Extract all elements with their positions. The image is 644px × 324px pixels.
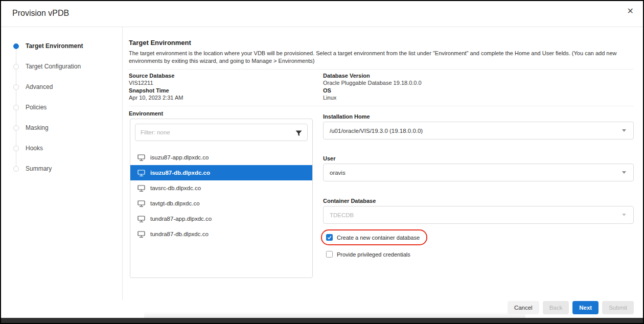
step-label: Masking xyxy=(26,124,49,131)
user-select[interactable]: oravis xyxy=(323,164,634,181)
red-highlight-annotation: Create a new container database xyxy=(321,229,427,245)
environment-filter-input[interactable] xyxy=(135,124,308,141)
divider xyxy=(129,106,634,106)
submit-button: Submit xyxy=(602,301,634,314)
environment-list: isuzu87-app.dlpxdc.co isuzu87-db.dlpxdc.… xyxy=(130,150,312,242)
provision-vpdb-dialog: Provision vPDB ✕ Target Environment Targ… xyxy=(0,0,644,324)
environment-item[interactable]: tundra87-db.dlpxdc.co xyxy=(130,226,312,242)
installation-home-value: /u01/oracle/VIS/19.3.0 (19.18.0.0.0) xyxy=(330,128,423,134)
filter-funnel-icon[interactable] xyxy=(295,129,302,138)
environment-item-name: tundra87-db.dlpxdc.co xyxy=(150,231,209,237)
environment-item[interactable]: tundra87-app.dlpxdc.co xyxy=(130,211,312,226)
monitor-icon xyxy=(137,170,145,176)
snapshot-time-value: Apr 10, 2023 2:31 AM xyxy=(129,95,183,101)
database-version-label: Database Version xyxy=(323,73,370,79)
create-container-database-checkbox[interactable] xyxy=(326,234,333,241)
step-label: Summary xyxy=(26,165,52,172)
environment-item-name: tavsrc-db.dlpxdc.co xyxy=(150,185,201,191)
step-label: Advanced xyxy=(26,83,53,90)
environment-item-name: isuzu87-db.dlpxdc.co xyxy=(150,170,210,176)
footer-buttons: Cancel Back Next Submit xyxy=(508,301,634,314)
os-label: OS xyxy=(323,87,331,94)
step-label: Hooks xyxy=(26,145,43,152)
user-label: User xyxy=(323,155,335,161)
chevron-down-icon xyxy=(622,129,626,132)
installation-home-select[interactable]: /u01/oracle/VIS/19.3.0 (19.18.0.0.0) xyxy=(323,122,634,140)
step-dot xyxy=(13,166,19,172)
monitor-icon xyxy=(137,231,145,238)
next-button[interactable]: Next xyxy=(572,301,599,314)
step-label: Target Environment xyxy=(26,42,83,50)
container-database-value: TDECDB xyxy=(330,212,354,218)
source-database-value: VIS12211 xyxy=(129,80,153,86)
step-dot xyxy=(13,64,19,70)
back-button: Back xyxy=(543,301,569,314)
monitor-icon xyxy=(137,216,145,222)
page-title: Target Environment xyxy=(129,39,191,47)
sidebar-divider xyxy=(122,27,123,300)
step-dot-active xyxy=(13,43,19,49)
user-value: oravis xyxy=(330,170,346,176)
dialog-title: Provision vPDB xyxy=(12,9,69,18)
monitor-icon xyxy=(137,154,145,161)
environment-item[interactable]: tavtgt-db.dlpxdc.co xyxy=(130,196,312,211)
monitor-icon xyxy=(137,185,145,192)
privileged-credentials-row: Provide privileged credentials xyxy=(326,251,410,258)
environment-item[interactable]: tavsrc-db.dlpxdc.co xyxy=(130,180,312,196)
environment-label: Environment xyxy=(129,110,163,117)
source-database-label: Source Database xyxy=(129,73,174,79)
container-database-select: TDECDB xyxy=(323,206,634,224)
chevron-down-icon xyxy=(622,214,626,216)
step-dot xyxy=(13,84,19,90)
environment-filter xyxy=(135,124,308,141)
create-container-database-label[interactable]: Create a new container database xyxy=(337,235,420,241)
container-database-label: Container Database xyxy=(323,198,376,204)
dialog-shadow xyxy=(144,312,525,318)
step-label: Target Configuration xyxy=(26,63,81,70)
environment-item-selected[interactable]: isuzu87-db.dlpxdc.co xyxy=(130,165,312,180)
step-dot xyxy=(13,105,19,110)
environment-item-name: tavtgt-db.dlpxdc.co xyxy=(150,200,200,206)
snapshot-time-label: Snapshot Time xyxy=(129,87,169,94)
bottom-dark-bar xyxy=(1,318,643,323)
step-dot xyxy=(13,146,19,151)
step-dot xyxy=(13,125,19,131)
database-version-value: Oracle Pluggable Database 19.18.0.0.0 xyxy=(323,80,422,86)
installation-home-label: Installation Home xyxy=(323,113,370,120)
provide-privileged-credentials-checkbox[interactable] xyxy=(326,251,333,258)
monitor-icon xyxy=(137,200,145,207)
close-icon[interactable]: ✕ xyxy=(627,7,634,15)
environment-item-name: tundra87-app.dlpxdc.co xyxy=(150,216,212,222)
step-label: Policies xyxy=(26,104,47,111)
page-description: The target environment is the location w… xyxy=(129,50,635,65)
header-divider xyxy=(1,27,643,27)
chevron-down-icon xyxy=(622,171,626,174)
divider xyxy=(129,69,634,70)
os-value: Linux xyxy=(323,95,336,101)
cancel-button[interactable]: Cancel xyxy=(508,301,539,314)
provide-privileged-credentials-label[interactable]: Provide privileged credentials xyxy=(337,251,410,258)
environment-item-name: isuzu87-app.dlpxdc.co xyxy=(150,154,209,160)
environment-item[interactable]: isuzu87-app.dlpxdc.co xyxy=(130,150,312,165)
